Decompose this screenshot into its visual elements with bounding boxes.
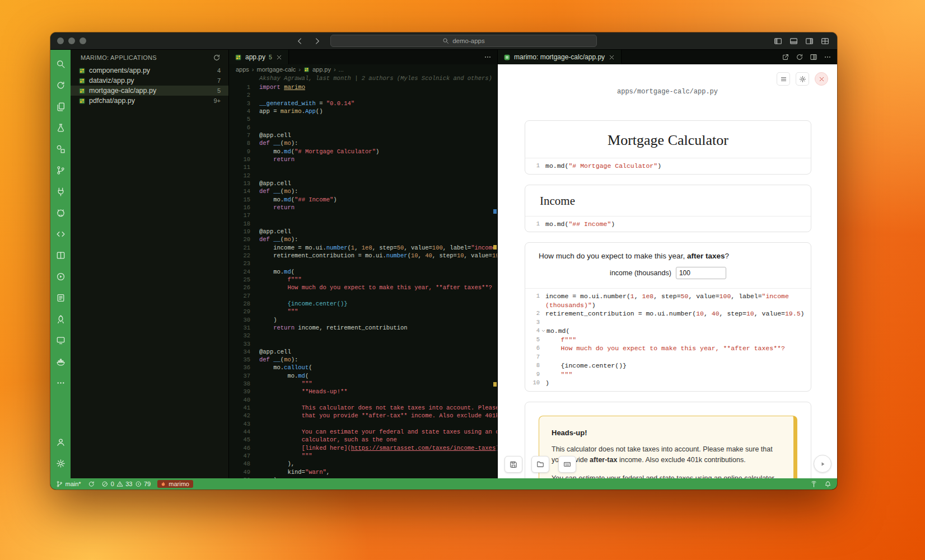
- line-number: 1: [531, 162, 545, 171]
- cell-code[interactable]: 1income = mo.ui.number(1, 1e8, step=50, …: [525, 288, 811, 391]
- back-icon[interactable]: [296, 37, 304, 45]
- git-branch-status[interactable]: main*: [56, 481, 81, 488]
- line-number: 15: [229, 196, 259, 204]
- tab-app-py[interactable]: app.py 5: [229, 50, 289, 64]
- branch-icon[interactable]: [56, 166, 66, 175]
- files-button[interactable]: [531, 456, 549, 473]
- close-icon[interactable]: [608, 54, 615, 61]
- save-button[interactable]: [504, 456, 522, 473]
- cell-code[interactable]: 1mo.md("## Income"): [525, 216, 811, 232]
- toggle-sidebar-icon[interactable]: [774, 37, 782, 45]
- monitor-icon[interactable]: [56, 336, 66, 345]
- cell-title: Mortgage Calculator: [525, 121, 811, 158]
- file-item-components-app-py[interactable]: components/app.py4: [71, 65, 228, 76]
- fold-chevron-icon[interactable]: [541, 328, 546, 333]
- marimo-status-badge[interactable]: marimo: [157, 480, 193, 488]
- code-line: 3: [531, 318, 805, 327]
- line-number: 11: [229, 163, 259, 171]
- search-icon[interactable]: [56, 59, 66, 69]
- breadcrumb-item[interactable]: app.py: [312, 66, 331, 73]
- code-editor[interactable]: 1import marimo23__generated_with = "0.0.…: [229, 82, 497, 478]
- line-number: 9: [229, 148, 259, 156]
- income-input-label: income (thousands): [610, 269, 671, 277]
- columns-icon[interactable]: [56, 251, 66, 260]
- docker-icon[interactable]: [56, 357, 66, 366]
- shutdown-button[interactable]: [815, 72, 828, 86]
- file-item-mortgage-calc-app-py[interactable]: mortgage-calc/app.py5: [71, 86, 228, 96]
- account-icon[interactable]: [56, 437, 66, 447]
- code-icon[interactable]: [56, 229, 66, 239]
- close-window-button[interactable]: [57, 37, 64, 44]
- line-number: 16: [229, 204, 259, 211]
- warning-callout: Heads-up! This calculator does not take …: [539, 416, 797, 479]
- minimize-window-button[interactable]: [68, 37, 75, 44]
- code-line: 27: [229, 292, 497, 300]
- gear-icon[interactable]: [56, 459, 66, 468]
- bell-icon[interactable]: [824, 481, 831, 488]
- customize-layout-icon[interactable]: [821, 37, 829, 45]
- files-icon[interactable]: [56, 102, 66, 111]
- command-center-search[interactable]: demo-apps: [330, 35, 597, 47]
- code-line: 49 kind="warn",: [229, 468, 497, 476]
- menu-button[interactable]: [777, 72, 790, 86]
- code-line: 5: [229, 115, 497, 123]
- breadcrumb-item[interactable]: ...: [339, 66, 344, 73]
- github-icon[interactable]: [56, 208, 66, 218]
- overview-ruler-mark: [493, 245, 497, 250]
- toggle-secondary-sidebar-icon[interactable]: [805, 37, 814, 45]
- callout-p1-bold: after-tax: [590, 456, 617, 464]
- desktop-wallpaper: demo-apps MARIMO: APPLICATIONS: [0, 0, 925, 560]
- notebook-icon[interactable]: [56, 293, 66, 303]
- line-number: 21: [229, 244, 259, 252]
- breadcrumb-item[interactable]: mortgage-calc: [257, 66, 296, 73]
- code-line: 44 You can estimate your federal and sta…: [229, 428, 497, 436]
- tab-marimo-webview[interactable]: marimo: mortgage-calc/app.py: [498, 50, 622, 64]
- rocket-icon[interactable]: [56, 314, 66, 324]
- open-external-icon[interactable]: [782, 53, 789, 61]
- line-number: 31: [229, 324, 259, 332]
- shortcuts-button[interactable]: [558, 456, 576, 473]
- broadcast-icon[interactable]: [810, 481, 817, 488]
- file-item-dataviz-app-py[interactable]: dataviz/app.py7: [71, 76, 228, 86]
- cell-markdown-output: How much do you expect to make this year…: [525, 243, 811, 288]
- zoom-window-button[interactable]: [80, 37, 86, 44]
- breadcrumb-item[interactable]: apps: [236, 66, 249, 73]
- line-number: 14: [229, 187, 259, 195]
- settings-button[interactable]: [796, 72, 809, 86]
- sync-status[interactable]: [88, 481, 95, 488]
- line-number: 5: [531, 336, 545, 345]
- more-actions-icon[interactable]: [824, 53, 831, 61]
- close-icon[interactable]: [275, 54, 283, 61]
- code-line: 39 **Heads-up!**: [229, 388, 497, 396]
- reload-icon[interactable]: [796, 53, 803, 61]
- breadcrumb-separator: ›: [252, 66, 254, 73]
- cell-code[interactable]: 1mo.md("# Mortgage Calculator"): [525, 158, 811, 174]
- code-line: 8def __(mo):: [229, 139, 497, 147]
- line-number: 34: [229, 348, 259, 356]
- line-number: 18: [229, 220, 259, 228]
- line-number: 25: [229, 276, 259, 284]
- file-item-pdfchat-app-py[interactable]: pdfchat/app.py9+: [71, 96, 228, 106]
- workbench: MARIMO: APPLICATIONS components/app.py4d…: [50, 50, 837, 478]
- split-editor-icon[interactable]: [810, 53, 817, 61]
- titlebar[interactable]: demo-apps: [50, 32, 837, 50]
- refresh-icon[interactable]: [213, 54, 221, 62]
- flask-icon[interactable]: [56, 123, 66, 133]
- toggle-panel-icon[interactable]: [789, 37, 798, 45]
- code-line: 8 {income.center()}: [531, 361, 805, 370]
- play-icon[interactable]: [56, 272, 66, 281]
- forward-icon[interactable]: [313, 37, 321, 45]
- more-icon[interactable]: [56, 378, 66, 388]
- problems-status[interactable]: 0 33 79: [101, 481, 151, 488]
- search-text: demo-apps: [452, 37, 485, 44]
- income-input[interactable]: [676, 267, 726, 279]
- sync-icon[interactable]: [56, 81, 66, 90]
- more-actions-icon[interactable]: [484, 53, 492, 61]
- line-number: 32: [229, 332, 259, 340]
- warnings-icon: [116, 481, 124, 488]
- plug-icon[interactable]: [56, 187, 66, 196]
- question-text: How much do you expect to make this year…: [539, 252, 797, 260]
- callout-paragraph: You can estimate your federal and state …: [552, 473, 781, 478]
- shapes-icon[interactable]: [56, 144, 66, 154]
- run-button[interactable]: [814, 455, 831, 473]
